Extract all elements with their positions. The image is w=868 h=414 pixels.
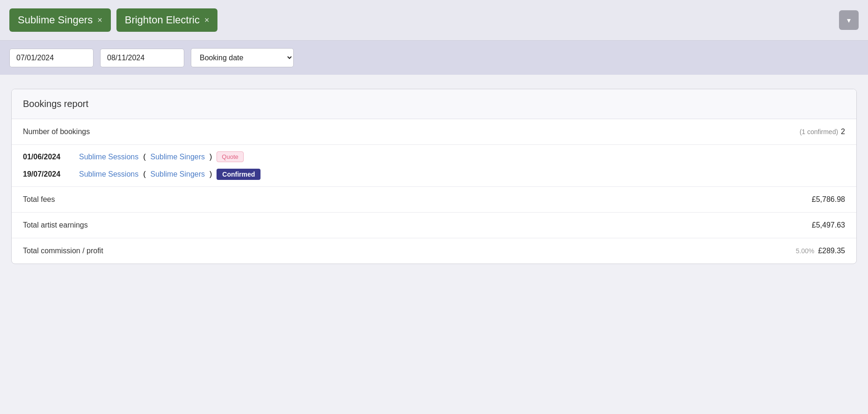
tag-sublime-singers-close[interactable]: × bbox=[97, 15, 102, 25]
booking-1-name[interactable]: Sublime Sessions bbox=[79, 153, 138, 161]
booking-item-1: 01/06/2024 Sublime Sessions ( Sublime Si… bbox=[23, 151, 845, 162]
total-commission-value: 5.00%£289.35 bbox=[796, 247, 845, 255]
tag-sublime-singers-label: Sublime Singers bbox=[18, 14, 93, 26]
booking-2-paren-open: ( bbox=[143, 170, 145, 178]
booking-1-paren-close: ) bbox=[210, 153, 212, 161]
booking-2-name[interactable]: Sublime Sessions bbox=[79, 170, 138, 178]
number-of-bookings-label: Number of bookings bbox=[23, 128, 90, 136]
commission-pct: 5.00% bbox=[796, 247, 814, 255]
filter-bar: Booking date bbox=[0, 41, 868, 75]
bookings-list: 01/06/2024 Sublime Sessions ( Sublime Si… bbox=[12, 145, 856, 187]
tags-dropdown-button[interactable]: ▾ bbox=[839, 10, 859, 30]
total-artist-earnings-value: £5,497.63 bbox=[812, 221, 845, 229]
main-content: Bookings report Number of bookings (1 co… bbox=[0, 75, 868, 278]
date-to-input[interactable] bbox=[100, 49, 184, 67]
top-bar: Sublime Singers × Brighton Electric × ▾ bbox=[0, 0, 868, 41]
number-of-bookings-row: Number of bookings (1 confirmed)2 bbox=[12, 119, 856, 145]
confirmed-count-note: (1 confirmed) bbox=[800, 128, 838, 136]
report-card: Bookings report Number of bookings (1 co… bbox=[11, 89, 857, 264]
total-commission-label: Total commission / profit bbox=[23, 247, 103, 255]
booking-item-2: 19/07/2024 Sublime Sessions ( Sublime Si… bbox=[23, 169, 845, 180]
tag-brighton-electric-close[interactable]: × bbox=[204, 15, 210, 25]
total-artist-earnings-label: Total artist earnings bbox=[23, 221, 88, 229]
tag-sublime-singers[interactable]: Sublime Singers × bbox=[9, 8, 111, 32]
booking-2-paren-close: ) bbox=[210, 170, 212, 178]
booking-2-date: 19/07/2024 bbox=[23, 170, 74, 178]
date-from-input[interactable] bbox=[9, 49, 94, 67]
booking-2-org[interactable]: Sublime Singers bbox=[151, 170, 205, 178]
total-artist-earnings-row: Total artist earnings £5,497.63 bbox=[12, 213, 856, 238]
booking-2-status-badge[interactable]: Confirmed bbox=[217, 169, 260, 180]
chevron-down-icon: ▾ bbox=[847, 16, 851, 25]
number-of-bookings-value: (1 confirmed)2 bbox=[800, 128, 845, 136]
date-type-select[interactable]: Booking date bbox=[191, 48, 294, 67]
total-commission-row: Total commission / profit 5.00%£289.35 bbox=[12, 238, 856, 264]
report-title: Bookings report bbox=[12, 89, 856, 119]
booking-1-org[interactable]: Sublime Singers bbox=[151, 153, 205, 161]
booking-1-date: 01/06/2024 bbox=[23, 153, 74, 161]
booking-1-paren-open: ( bbox=[143, 153, 145, 161]
tag-brighton-electric-label: Brighton Electric bbox=[125, 14, 200, 26]
total-fees-value: £5,786.98 bbox=[812, 195, 845, 204]
total-fees-row: Total fees £5,786.98 bbox=[12, 187, 856, 213]
total-fees-label: Total fees bbox=[23, 195, 55, 204]
commission-amount: £289.35 bbox=[818, 247, 845, 255]
tag-brighton-electric[interactable]: Brighton Electric × bbox=[116, 8, 218, 32]
booking-1-status-badge[interactable]: Quote bbox=[217, 151, 243, 162]
